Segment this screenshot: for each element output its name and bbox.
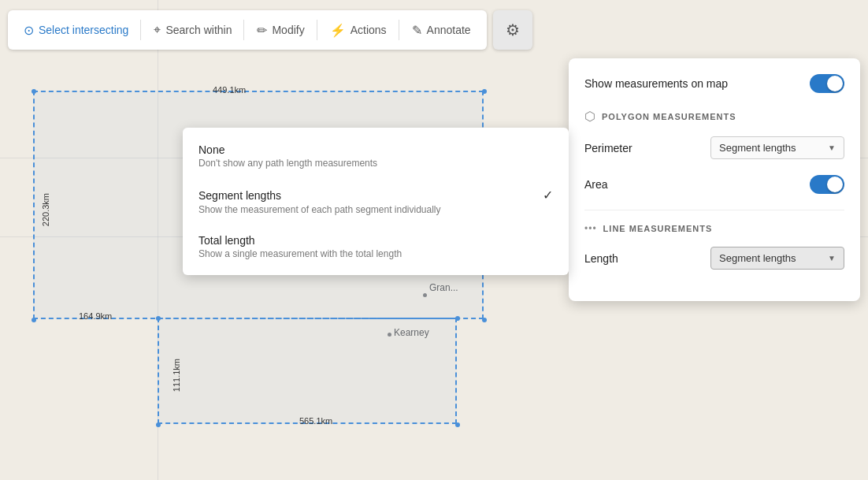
dropdown-item-none-title: None (198, 143, 553, 156)
vertex-dot (156, 422, 161, 427)
measure-left: 220.3km (41, 193, 50, 226)
dropdown-item-none-desc: Don't show any path length measurements (198, 158, 553, 169)
toolbar: ⊙ Select intersecting ⌖ Search within ✏ … (8, 8, 860, 52)
line-section-header: ••• LINE MEASUREMENTS (584, 223, 844, 234)
area-row: Area (584, 175, 844, 194)
selection-rectangle-secondary (158, 318, 457, 424)
select-intersecting-button[interactable]: ⊙ Select intersecting (11, 13, 141, 47)
perimeter-row: Perimeter Segment lengths ▼ (584, 136, 844, 159)
search-within-label: Search within (165, 24, 232, 36)
show-measurements-row: Show measurements on map (584, 74, 844, 93)
measure-bottom: 565.1km (299, 416, 332, 426)
search-within-icon: ⌖ (154, 23, 161, 37)
search-within-button[interactable]: ⌖ Search within (141, 13, 244, 47)
length-dropdown-arrow: ▼ (828, 254, 836, 262)
modify-button[interactable]: ✏ Modify (244, 13, 317, 47)
show-measurements-toggle[interactable] (810, 74, 844, 93)
dropdown-item-none[interactable]: None Don't show any path length measurem… (183, 134, 569, 178)
vertex-dot (482, 318, 487, 322)
length-value: Segment lengths (719, 252, 796, 264)
gear-icon: ⚙ (506, 20, 520, 39)
length-label: Length (584, 252, 618, 265)
area-toggle-knob (827, 177, 843, 192)
perimeter-dropdown[interactable]: Segment lengths ▼ (710, 136, 844, 159)
vertex-dot (455, 316, 460, 321)
area-toggle[interactable] (810, 175, 844, 194)
actions-label: Actions (351, 24, 387, 36)
toggle-knob (827, 76, 843, 91)
vertex-dot (32, 89, 36, 94)
show-measurements-label: Show measurements on map (584, 77, 728, 90)
measure-right-vertical: 111.1km (172, 359, 181, 392)
perimeter-dropdown-arrow: ▼ (828, 143, 836, 152)
dropdown-item-total-desc: Show a single measurement with the total… (198, 248, 553, 259)
annotate-button[interactable]: ✎ Annotate (399, 13, 484, 47)
length-dropdown[interactable]: Segment lengths ▼ (710, 247, 844, 270)
select-intersecting-icon: ⊙ (24, 23, 34, 38)
annotate-icon: ✎ (412, 23, 422, 38)
check-mark-icon: ✓ (543, 188, 553, 203)
length-row: Length Segment lengths ▼ (584, 247, 844, 270)
line-section-label: LINE MEASUREMENTS (603, 224, 713, 233)
perimeter-label: Perimeter (584, 142, 632, 154)
line-icon: ••• (584, 223, 597, 234)
select-intersecting-label: Select intersecting (39, 24, 128, 36)
modify-label: Modify (272, 24, 304, 36)
dropdown-item-total-title: Total length (198, 234, 553, 247)
settings-button[interactable]: ⚙ (493, 10, 532, 50)
annotate-label: Annotate (427, 24, 471, 36)
toolbar-group: ⊙ Select intersecting ⌖ Search within ✏ … (8, 10, 487, 50)
polygon-section-label: POLYGON MEASUREMENTS (602, 112, 736, 121)
perimeter-value: Segment lengths (719, 142, 796, 154)
settings-panel: Show measurements on map ⬡ POLYGON MEASU… (569, 58, 860, 301)
dropdown-item-total-length[interactable]: Total length Show a single measurement w… (183, 225, 569, 269)
measure-top: 449.1km (213, 85, 246, 95)
vertex-dot (482, 89, 487, 94)
vertex-dot (32, 318, 36, 322)
modify-icon: ✏ (257, 23, 267, 38)
section-divider (584, 210, 844, 210)
dropdown-item-segment-title: Segment lengths ✓ (198, 188, 553, 203)
polygon-icon: ⬡ (584, 109, 595, 124)
vertex-dot (156, 316, 161, 321)
dropdown-item-segment-desc: Show the measurement of each path segmen… (198, 204, 553, 215)
polygon-section-header: ⬡ POLYGON MEASUREMENTS (584, 109, 844, 124)
vertex-dot (455, 422, 460, 427)
measure-bottom-left: 164.9km (79, 311, 112, 321)
actions-button[interactable]: ⚡ Actions (317, 13, 399, 47)
actions-icon: ⚡ (330, 23, 346, 38)
dropdown-item-segment-lengths[interactable]: Segment lengths ✓ Show the measurement o… (183, 178, 569, 225)
area-label: Area (584, 178, 608, 191)
length-dropdown-menu: None Don't show any path length measurem… (183, 128, 569, 275)
